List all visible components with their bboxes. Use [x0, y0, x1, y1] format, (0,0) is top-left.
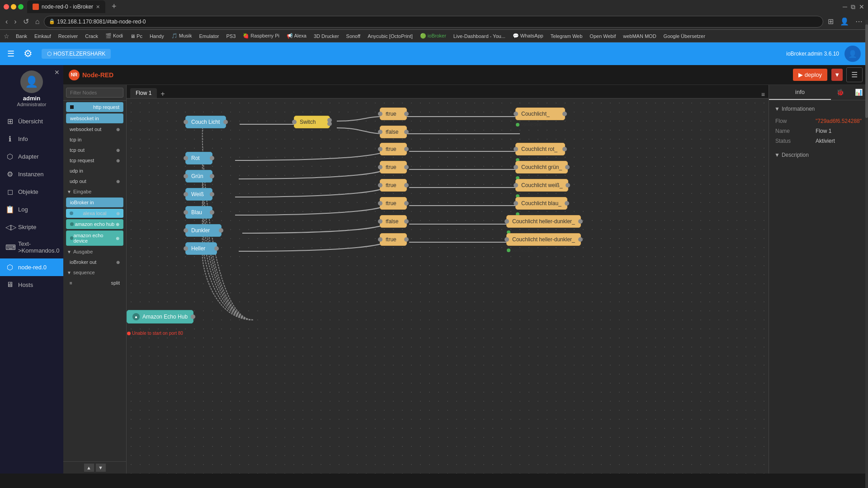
node-tcp-out[interactable]: tcp out ⊕ — [66, 145, 123, 155]
node-udp-out[interactable]: udp out ⊕ — [66, 177, 123, 186]
node-couch-licht[interactable]: Couch Licht — [185, 116, 226, 128]
host-button[interactable]: ⬡ HOST.ELZERSHARK — [42, 49, 111, 59]
bookmark-handy[interactable]: Handy — [147, 33, 167, 40]
sidebar-item-objekte[interactable]: ◻ Objekte — [0, 183, 63, 201]
node-dunkler[interactable]: Dunkler — [185, 224, 222, 237]
bookmark-musik[interactable]: 🎵 Musik — [169, 32, 195, 40]
node-alexa-local[interactable]: alexa local ⊕ — [66, 209, 123, 218]
node-false-1[interactable]: f false — [380, 126, 407, 138]
node-amazon-echo-hub-flow[interactable]: ● Amazon Echo Hub Unable to start on por… — [127, 310, 193, 324]
win-min-icon[interactable]: ─ — [843, 3, 847, 11]
maximize-window-btn[interactable] — [18, 4, 24, 9]
node-true-3[interactable]: f true — [380, 161, 407, 174]
sidebar-item-instanzen[interactable]: ⚙ Instanzen — [0, 165, 63, 183]
bookmark-bank[interactable]: Bank — [13, 33, 30, 40]
bookmark-telegram[interactable]: Telegram Web — [548, 33, 585, 40]
node-tcp-request[interactable]: tcp request ⊕ — [66, 156, 123, 165]
bookmark-whatsapp[interactable]: 💬 WhatsApp — [510, 32, 546, 40]
output-dunkler[interactable]: Couchlicht heller-dunkler_ connected — [506, 215, 581, 228]
window-controls[interactable] — [4, 4, 24, 9]
profile-icon[interactable]: 👤 — [838, 16, 851, 27]
node-true-1[interactable]: f true — [380, 108, 407, 120]
bookmark-receiver[interactable]: Receiver — [56, 33, 80, 40]
node-websocket-in[interactable]: websocket in — [66, 113, 123, 123]
node-amazon-echo-hub[interactable]: amazon echo hub ⊕ — [66, 219, 123, 229]
node-heller[interactable]: Heller — [185, 242, 217, 255]
node-iobroker-in[interactable]: ioBroker in — [66, 197, 123, 207]
sidebar-item-node-red[interactable]: ⬡ node-red.0 — [0, 258, 63, 276]
bookmark-openwebif[interactable]: Open Webif — [587, 33, 618, 40]
deploy-btn[interactable]: ▶ deploy — [793, 69, 827, 81]
section-description-header[interactable]: ▼ Description — [774, 152, 863, 158]
bookmark-3d[interactable]: 3D Drucker — [311, 33, 342, 40]
bookmark-pc[interactable]: 🖥 Pc — [127, 33, 145, 40]
user-avatar[interactable]: 👤 — [844, 46, 861, 62]
node-filter-input[interactable] — [66, 88, 123, 98]
node-http-request[interactable]: http request — [66, 102, 123, 112]
node-iobroker-out[interactable]: ioBroker out ⊕ — [66, 258, 123, 267]
node-amazon-echo-device[interactable]: amazon echo device ⊕ — [66, 230, 123, 246]
minimize-window-btn[interactable] — [11, 4, 16, 9]
bookmark-anycubic[interactable]: Anycubic [OctoPrint] — [365, 33, 415, 40]
section-informationen-header[interactable]: ▼ Informationen — [774, 106, 863, 112]
bookmark-sonoff[interactable]: Sonoff — [344, 33, 363, 40]
node-false-2[interactable]: f false — [380, 215, 407, 228]
rp-tab-info[interactable]: info — [769, 85, 831, 100]
node-true-4[interactable]: f true — [380, 179, 407, 192]
forward-btn[interactable]: › — [12, 17, 18, 27]
flow-tab-add-btn[interactable]: + — [158, 90, 167, 98]
bookmark-emulator[interactable]: Emulator — [196, 33, 222, 40]
sidebar-item-hosts[interactable]: 🖥 Hosts — [0, 276, 63, 293]
bookmark-raspberry[interactable]: 🍓 Raspberry Pi — [240, 32, 282, 40]
right-panel-vscrollbar-thumb[interactable] — [865, 85, 868, 118]
sidebar-item-adapter[interactable]: ⬡ Adapter — [0, 148, 63, 165]
node-true-5[interactable]: f true — [380, 197, 407, 210]
output-rot[interactable]: Couchlicht rot_ connected — [515, 143, 565, 155]
more-options-icon[interactable]: ⋯ — [854, 16, 864, 27]
new-tab-btn[interactable]: + — [109, 2, 119, 11]
deploy-dropdown-btn[interactable]: ▼ — [831, 69, 843, 81]
sidebar-item-skripte[interactable]: ◁▷ Skripte — [0, 218, 63, 236]
bookmark-webman[interactable]: webMAN MOD — [620, 33, 659, 40]
bookmark-kodi[interactable]: 🎬 Kodi — [103, 32, 126, 40]
flow-tab-1[interactable]: Flow 1 — [130, 88, 157, 98]
sidebar-close-btn[interactable]: ✕ — [54, 69, 60, 76]
home-btn[interactable]: ⌂ — [33, 17, 42, 27]
bookmark-alexa[interactable]: 📢 Alexa — [284, 32, 309, 40]
node-websocket-out[interactable]: websocket out ⊕ — [66, 125, 123, 134]
node-switch[interactable]: Switch — [294, 116, 330, 128]
section-sequence-header[interactable]: ▼ sequence — [63, 268, 126, 277]
sidebar-item-info[interactable]: ℹ Info — [0, 130, 63, 148]
flow-tab-list-btn[interactable]: ≡ — [761, 91, 765, 98]
node-blau[interactable]: Blau — [185, 206, 212, 219]
node-true-7[interactable]: f true — [380, 233, 407, 246]
output-heller[interactable]: Couchlicht heller-dunkler_ connected — [506, 233, 581, 246]
back-btn[interactable]: ‹ — [4, 17, 9, 27]
node-tcp-in[interactable]: tcp in — [66, 135, 123, 144]
section-ausgabe-header[interactable]: ▼ Ausgabe — [63, 247, 126, 256]
section-eingabe-header[interactable]: ▼ Eingabe — [63, 187, 126, 196]
output-couchlicht[interactable]: Couchlicht_ connected — [515, 108, 565, 120]
sidebar-item-text-kommandos[interactable]: ⌨ Text->Kommandos.0 — [0, 236, 63, 258]
browser-tab[interactable]: node-red-0 - ioBroker ✕ — [27, 0, 105, 13]
rp-tab-debug-icon[interactable]: 🐞 — [831, 85, 849, 100]
palette-scroll-down[interactable]: ▼ — [96, 464, 106, 472]
extensions-icon[interactable]: ⊞ — [826, 16, 835, 27]
node-gruen[interactable]: Grün — [185, 170, 212, 183]
bookmark-iobroker[interactable]: 🟢 ioBroker — [417, 32, 449, 40]
node-rot[interactable]: Rot — [185, 152, 212, 164]
output-gruen[interactable]: Couchlicht grün_ connected — [515, 161, 568, 174]
node-split[interactable]: ≡ split — [66, 278, 123, 287]
bookmark-einkauf[interactable]: Einkauf — [32, 33, 54, 40]
palette-scroll-up[interactable]: ▲ — [84, 464, 94, 472]
node-weiss[interactable]: Weiß — [185, 188, 212, 201]
output-blau[interactable]: Couchlicht blau_ connected — [515, 197, 567, 210]
sidebar-item-ubersicht[interactable]: ⊞ Übersicht — [0, 113, 63, 130]
address-bar[interactable]: 🔒 192.168.1.170:8081/#tab-node-red-0 — [44, 16, 823, 28]
bookmark-google-translate[interactable]: Google Übersetzer — [661, 33, 708, 40]
hamburger-icon[interactable]: ☰ — [7, 49, 14, 59]
node-search[interactable] — [63, 85, 126, 101]
node-udp-in[interactable]: udp in — [66, 166, 123, 175]
node-true-2[interactable]: f true — [380, 143, 407, 155]
reload-btn[interactable]: ↺ — [21, 16, 31, 27]
